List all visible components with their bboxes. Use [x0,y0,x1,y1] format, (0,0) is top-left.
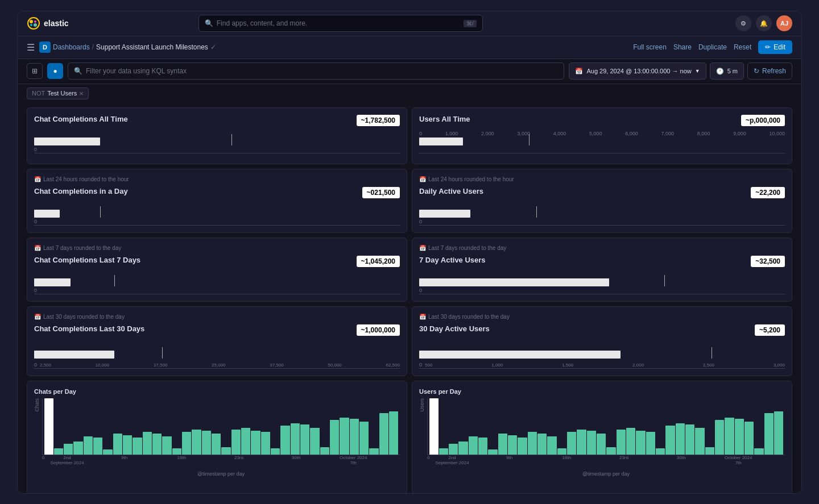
bar-item [320,447,329,455]
chat-30days-panel: 📅 Last 30 days rounded to the day Chat C… [27,306,407,376]
all-time-row: Chat Completions All Time ~1,782,500 0 U… [27,107,792,164]
users-all-time-header: Users All Time ~p,000,000 [419,115,785,126]
date-picker[interactable]: 📅 Aug 29, 2024 @ 13:00:00.000 → now ▼ [569,63,706,80]
refresh-button[interactable]: ↻ Refresh [747,63,792,80]
bar-item [626,428,635,455]
active-30days-title: 30 Day Active Users [419,324,490,333]
users-per-day-chart-title: Users per Day [419,388,785,395]
breadcrumb-parent-link[interactable]: Dashboards [53,43,90,51]
kql-filter-input[interactable]: 🔍 Filter your data using KQL syntax [68,63,564,80]
chat-7days-header: Chat Completions Last 7 Days ~1,045,200 [34,256,400,267]
full-screen-btn[interactable]: Full screen [633,43,667,51]
duplicate-btn[interactable]: Duplicate [698,43,727,51]
daily-active-fill [419,210,470,218]
bar-item [133,438,142,454]
svg-point-2 [34,23,37,27]
users-per-day-x-labels: 2ndSeptember 2024 9th 16th 23rd 30th Oct… [427,455,785,469]
interval-text: 5 m [727,68,738,74]
user-avatar[interactable]: AJ [776,15,792,31]
bar-item [557,448,566,454]
topbar-right: ⚙ 🔔 AJ [735,15,792,31]
chat-7days-fill [34,278,71,286]
bar-item [379,413,388,455]
bar-item [617,430,626,455]
notifications-icon-btn[interactable]: 🔔 [756,15,772,31]
bar-item [340,418,349,455]
active-30days-chart: 0 5001,0001,5002,0002,5003,000 [419,340,785,369]
bar-item [577,430,586,455]
bar-item [172,448,181,454]
chats-per-day-bars-area: 2ndSeptember 2024 9th 16th 23rd 30th Oct… [42,398,400,477]
bar-item [725,418,734,455]
bar-item [54,448,63,454]
app-name: elastic [44,19,69,28]
svg-point-3 [34,20,36,23]
bar-item [488,449,497,454]
reset-btn[interactable]: Reset [734,43,751,51]
chat-all-time-bar-track [34,138,400,145]
bar-item [280,426,289,454]
bar-item [212,434,221,454]
breadcrumb-check-icon[interactable]: ✓ [210,43,216,51]
chat-in-day-fill [34,210,60,218]
bar-item [636,431,645,455]
bar-item [221,447,230,455]
bar-item [567,432,576,455]
bar-item [123,435,132,454]
bar-item [646,432,655,455]
bar-item [439,448,448,454]
bar-item [291,423,300,454]
bar-item [103,449,112,454]
interval-picker[interactable]: 🕐 5 m [710,63,744,80]
bar-item [93,438,102,454]
users-per-day-chart-panel: Users per Day Users 2ndSeptember 2024 9t… [412,381,792,493]
bar-item [192,430,201,455]
users-all-time-axis [419,153,785,153]
chat-all-time-zero: 0 [34,147,37,152]
filter-options-btn[interactable]: ⊞ [27,63,43,79]
chats-per-day-chart-panel: Chats per Day Chats 2ndSeptember 2024 9t… [27,381,407,493]
chat-all-time-title: Chat Completions All Time [34,115,128,123]
users-all-time-title: Users All Time [419,115,470,123]
bar-item [656,448,665,454]
chat-7days-value: ~1,045,200 [357,256,400,267]
svg-point-1 [30,20,33,23]
tag-remove-btn[interactable]: × [79,89,84,98]
breadcrumb: D Dashboards / Support Assistant Launch … [39,41,216,53]
bar-item [478,438,487,454]
active-30days-value: ~5,200 [755,324,785,336]
clock-icon: 🕐 [716,68,724,75]
filter-placeholder-text: Filter your data using KQL syntax [86,67,187,75]
hamburger-menu-btn[interactable]: ☰ [27,42,35,53]
bar-item [84,436,93,454]
chat-all-time-value: ~1,782,500 [357,115,400,126]
active-30days-fill [419,351,621,359]
bar-item [143,432,152,455]
chat-30days-value: ~1,000,000 [357,324,400,336]
bar-item [251,431,260,455]
share-btn[interactable]: Share [673,43,692,51]
chat-all-time-chart: 0 [34,131,400,153]
calendar-small-icon4: 📅 [419,245,426,251]
bar-item [113,434,122,454]
filter-type-btn[interactable]: ● [47,63,63,79]
active-7days-title: 7 Day Active Users [419,256,486,264]
users-all-time-panel: Users All Time ~p,000,000 01,0002,0003,0… [412,107,792,164]
calendar-small-icon3: 📅 [34,245,41,251]
seven-day-row: 📅 Last 7 days rounded to the day Chat Co… [27,238,792,302]
active-7days-fill [419,278,609,286]
bar-item [162,436,171,454]
settings-icon-btn[interactable]: ⚙ [735,15,751,31]
active-30days-header: 30 Day Active Users ~5,200 [419,324,785,336]
breadcrumb-separator: / [92,43,94,51]
bar-item [685,424,694,454]
chat-in-day-value: ~021,500 [362,187,400,198]
users-all-time-bar-fill [419,138,463,145]
edit-button[interactable]: ✏ Edit [758,40,792,54]
search-icon-filter: 🔍 [74,67,82,75]
bar-item [764,413,774,455]
bar-item [458,441,468,455]
global-search[interactable]: 🔍 Find apps, content, and more. ⌘/ [198,15,483,32]
users-all-time-value: ~p,000,000 [741,115,785,126]
active-7days-subtitle: 📅 Last 7 days rounded to the day [419,245,785,251]
